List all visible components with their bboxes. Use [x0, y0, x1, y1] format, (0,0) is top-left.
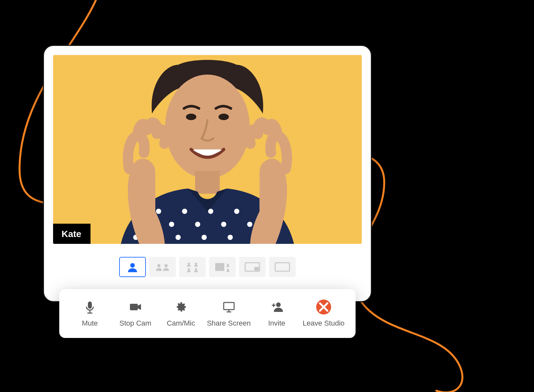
svg-point-1: [186, 114, 196, 120]
svg-point-16: [202, 235, 207, 240]
leave-label: Leave Studio: [303, 319, 344, 328]
svg-rect-33: [275, 263, 289, 271]
layout-option-blank[interactable]: [269, 257, 296, 277]
svg-point-6: [169, 222, 174, 227]
svg-point-21: [130, 263, 135, 268]
screen-icon: [221, 300, 236, 315]
svg-point-22: [157, 264, 161, 267]
layout-option-four-up[interactable]: [179, 257, 206, 277]
layout-option-pip[interactable]: [239, 257, 266, 277]
layout-picker: [119, 257, 296, 277]
svg-point-7: [182, 209, 187, 214]
svg-point-12: [247, 222, 252, 227]
svg-rect-28: [215, 263, 224, 271]
svg-rect-36: [87, 313, 92, 314]
svg-point-15: [176, 235, 181, 240]
layout-option-solo[interactable]: [119, 257, 146, 277]
cam-mic-button[interactable]: Cam/Mic: [162, 300, 201, 328]
svg-point-25: [195, 263, 197, 265]
svg-point-5: [156, 209, 161, 214]
svg-point-23: [164, 264, 168, 267]
mic-icon: [82, 300, 97, 315]
svg-point-0: [165, 75, 250, 179]
svg-point-17: [228, 235, 233, 240]
svg-point-8: [195, 222, 200, 227]
cam-mic-label: Cam/Mic: [167, 319, 195, 328]
video-feed: Kate: [53, 55, 362, 244]
svg-rect-34: [88, 301, 92, 309]
svg-point-27: [195, 268, 197, 271]
svg-point-10: [221, 222, 226, 227]
participant-name: Kate: [62, 229, 81, 239]
close-icon: [316, 300, 331, 315]
mute-button[interactable]: Mute: [70, 300, 109, 328]
svg-rect-38: [224, 302, 234, 310]
svg-rect-37: [130, 304, 138, 310]
svg-rect-32: [254, 267, 259, 271]
svg-point-41: [276, 302, 281, 307]
mute-label: Mute: [82, 319, 98, 328]
control-toolbar: Mute Stop Cam Cam/Mic Share Screen Invit…: [59, 289, 356, 338]
invite-label: Invite: [268, 319, 285, 328]
leave-studio-button[interactable]: Leave Studio: [303, 300, 344, 328]
invite-button[interactable]: Invite: [257, 300, 296, 328]
camera-icon: [128, 300, 143, 315]
share-screen-label: Share Screen: [207, 319, 251, 328]
svg-point-2: [218, 114, 229, 120]
layout-option-two-up[interactable]: [149, 257, 176, 277]
participant-name-tag: Kate: [53, 224, 91, 244]
svg-rect-3: [195, 171, 220, 194]
svg-rect-35: [89, 311, 90, 313]
layout-option-three-side[interactable]: [209, 257, 236, 277]
share-screen-button[interactable]: Share Screen: [207, 300, 251, 328]
stop-cam-button[interactable]: Stop Cam: [116, 300, 155, 328]
stop-cam-label: Stop Cam: [119, 319, 151, 328]
gear-icon: [174, 300, 189, 315]
participant-video: [80, 55, 334, 244]
svg-point-24: [188, 263, 190, 265]
svg-point-11: [234, 209, 239, 214]
svg-point-26: [188, 268, 190, 271]
add-user-icon: [269, 300, 284, 315]
studio-window: Kate: [43, 45, 372, 302]
